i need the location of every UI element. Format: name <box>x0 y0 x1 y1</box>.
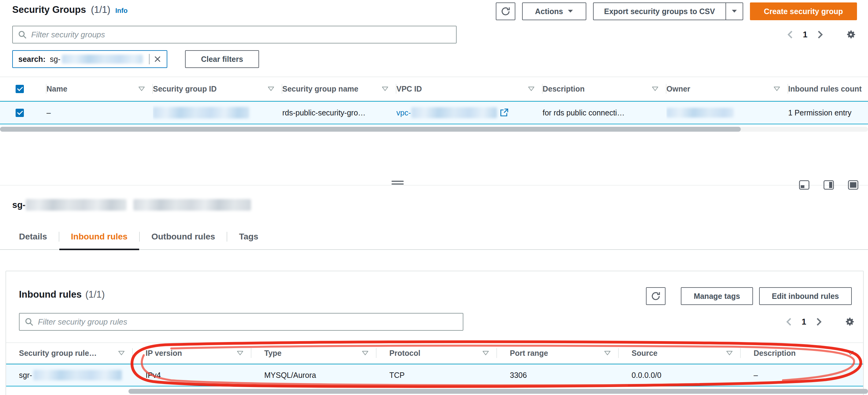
actions-button[interactable]: Actions <box>522 2 586 20</box>
row-checkbox[interactable] <box>16 109 24 117</box>
manage-tags-button[interactable]: Manage tags <box>681 287 753 305</box>
tab-tags[interactable]: Tags <box>227 224 270 250</box>
cell-inbound-count: 1 Permission entry <box>788 102 868 124</box>
panel-bottom-icon[interactable] <box>799 180 810 191</box>
next-page-button[interactable] <box>815 317 823 327</box>
cell-sg-id[interactable] <box>153 102 282 124</box>
filter-column-icon[interactable] <box>362 350 369 356</box>
rules-column-type: Type <box>251 343 376 363</box>
panel-fullscreen-icon[interactable] <box>848 180 859 191</box>
filter-column-icon[interactable] <box>726 350 733 356</box>
info-link[interactable]: Info <box>115 7 128 15</box>
cell-type: MYSQL/Aurora <box>251 364 376 386</box>
sg-column-group-name: Security group name <box>282 77 396 101</box>
filter-column-icon[interactable] <box>652 86 658 91</box>
export-csv-button[interactable]: Export security groups to CSV <box>593 2 725 20</box>
filter-column-icon[interactable] <box>118 350 125 356</box>
refresh-rules-button[interactable] <box>646 287 665 305</box>
split-panel-drag-handle[interactable] <box>392 181 404 186</box>
redacted-chip-value <box>62 55 143 64</box>
cell-port-range: 3306 <box>497 364 619 386</box>
sg-table-hscrollbar[interactable] <box>0 127 868 132</box>
cell-protocol: TCP <box>376 364 497 386</box>
scrollbar-thumb[interactable] <box>128 389 868 394</box>
external-link-icon <box>499 108 508 117</box>
next-page-button[interactable] <box>817 30 824 39</box>
chevron-down-icon <box>731 9 737 13</box>
sg-table-row: – rds-public-security-gro… vpc- for rds … <box>0 101 868 124</box>
cell-ip-version: IPv4 <box>133 364 251 386</box>
filter-column-icon[interactable] <box>847 350 854 356</box>
cell-vpc-id: vpc- <box>396 102 542 124</box>
rules-pagination: 1 <box>785 313 855 331</box>
select-all-checkbox[interactable] <box>16 85 24 93</box>
selected-sg-title: sg- <box>12 199 251 211</box>
sg-column-description: Description <box>542 77 666 101</box>
panel-side-icon[interactable] <box>823 180 834 191</box>
filter-column-icon[interactable] <box>604 350 611 356</box>
edit-inbound-rules-button[interactable]: Edit inbound rules <box>759 287 852 305</box>
redacted-sg-id <box>153 107 249 118</box>
filter-column-icon[interactable] <box>138 86 145 91</box>
export-csv-caret-button[interactable] <box>725 2 743 20</box>
prev-page-button[interactable] <box>785 317 793 327</box>
filter-column-icon[interactable] <box>774 86 780 91</box>
rules-column-rule-id: Security group rule… <box>6 343 133 363</box>
filter-chip-value-prefix: sg- <box>50 55 61 64</box>
current-page[interactable]: 1 <box>802 317 806 327</box>
filter-column-icon[interactable] <box>528 86 535 91</box>
sg-column-name: Name <box>46 77 153 101</box>
sg-column-id: Security group ID <box>153 77 282 101</box>
rules-column-ip-version: IP version <box>133 343 251 363</box>
cell-rule-id[interactable]: sgr- <box>6 364 133 386</box>
chevron-right-icon <box>817 30 824 39</box>
filter-rules-input[interactable] <box>37 317 458 327</box>
sg-column-inbound-count: Inbound rules count <box>788 77 868 101</box>
filter-chip: search: sg- <box>12 50 167 68</box>
settings-gear-icon[interactable] <box>844 316 855 327</box>
current-page[interactable]: 1 <box>803 30 807 39</box>
rules-table-hscrollbar[interactable] <box>0 389 868 394</box>
export-csv-split-button: Export security groups to CSV <box>593 2 743 20</box>
sg-header-checkbox-cell <box>0 77 46 101</box>
page-title: Security Groups (1/1) Info <box>12 4 128 15</box>
prev-page-button[interactable] <box>786 30 794 39</box>
chip-divider <box>149 54 150 64</box>
tab-outbound-rules[interactable]: Outbound rules <box>140 224 227 250</box>
filter-column-icon[interactable] <box>268 86 274 91</box>
close-icon <box>154 55 161 63</box>
detail-tabs: Details Inbound rules Outbound rules Tag… <box>0 224 868 250</box>
chevron-left-icon <box>786 30 794 39</box>
redacted-vpc-id <box>411 107 497 118</box>
filter-security-groups-box[interactable] <box>12 26 457 44</box>
security-groups-page: Security Groups (1/1) Info Actions Expor… <box>0 0 868 395</box>
split-panel-divider <box>0 185 868 186</box>
clear-filters-button[interactable]: Clear filters <box>185 50 259 68</box>
rules-column-protocol: Protocol <box>376 343 497 363</box>
filter-security-groups-input[interactable] <box>31 30 451 40</box>
cell-name: – <box>46 102 153 124</box>
rules-table-header: Security group rule… IP version Type Pro… <box>6 342 863 364</box>
settings-gear-icon[interactable] <box>845 29 857 40</box>
refresh-button[interactable] <box>496 2 515 20</box>
scrollbar-thumb[interactable] <box>0 127 741 132</box>
filter-column-icon[interactable] <box>482 350 489 356</box>
refresh-icon <box>501 6 510 16</box>
filter-rules-box[interactable] <box>19 313 463 331</box>
vpc-link[interactable]: vpc- <box>396 107 508 118</box>
cell-sg-name: rds-public-security-gro… <box>282 102 396 124</box>
rules-column-description: Description <box>741 343 862 363</box>
filter-column-icon[interactable] <box>237 350 244 356</box>
page-title-text: Security Groups <box>12 4 86 15</box>
page-title-count: (1/1) <box>91 4 111 15</box>
filter-column-icon[interactable] <box>382 86 389 91</box>
remove-filter-button[interactable] <box>154 55 161 63</box>
tab-details[interactable]: Details <box>7 224 59 250</box>
create-security-group-button[interactable]: Create security group <box>750 2 857 20</box>
sg-table-header: Name Security group ID Security group na… <box>0 77 868 101</box>
tab-inbound-rules[interactable]: Inbound rules <box>59 224 139 250</box>
rules-column-source: Source <box>619 343 741 363</box>
search-icon <box>18 30 27 39</box>
chevron-right-icon <box>815 317 823 327</box>
refresh-icon <box>651 291 661 301</box>
